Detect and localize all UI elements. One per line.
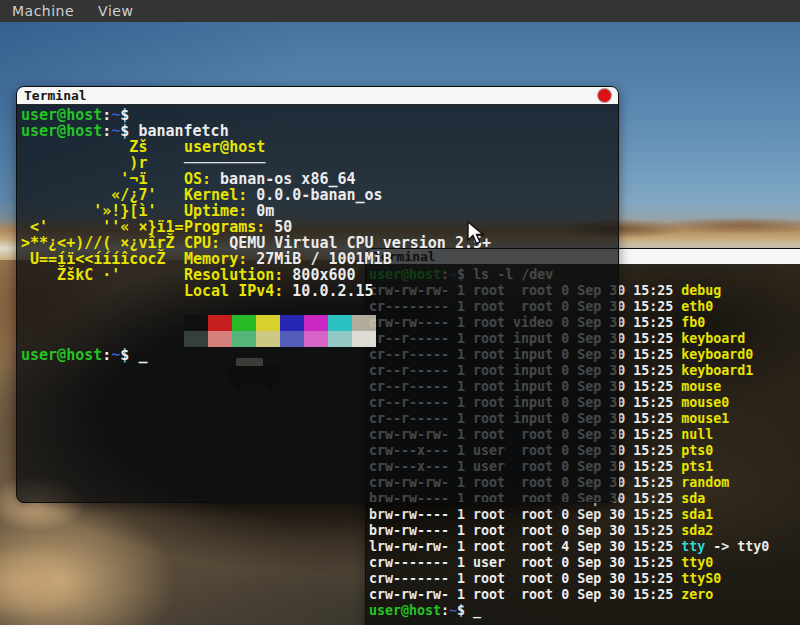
text-cursor: _ [129,346,147,364]
info-cpu: CPU:QEMU Virtual CPU version 2.5+ [184,235,491,251]
terminal1-title-bar[interactable]: Terminal [17,87,618,105]
text-cursor: _ [465,603,481,618]
info-resolution: Resolution:800x600 [184,267,491,283]
info-programs: Programs:50 [184,219,491,235]
menu-view[interactable]: View [98,3,133,19]
terminal1-command-line: user@host:~$bananfetch [21,123,618,139]
terminal1-title: Terminal [24,88,598,103]
ls-row: crw-rw-rw- 1 root root 0 Sep 30 15:25 ze… [369,587,800,603]
terminal1-content[interactable]: user@host:~$ user@host:~$bananfetch Zš )… [17,105,618,503]
close-button[interactable] [598,89,611,102]
ls-row-symlink: lrw-rw-rw- 1 root root 4 Sep 30 15:25 tt… [369,539,800,555]
terminal1-prompt-line: user@host:~$_ [21,347,618,363]
palette-row-normal [184,315,376,331]
ls-row: crw------- 1 root root 0 Sep 30 15:25 tt… [369,571,800,587]
terminal1-prompt-line: user@host:~$ [21,107,618,123]
color-palette [21,315,618,347]
info-os: OS:banan-os x86_64 [184,171,491,187]
palette-row-bright [184,331,376,347]
info-kernel: Kernel:0.0.0-banan_os [184,187,491,203]
bananfetch-output: Zš )r '¬ï «/¿7' '»!}[ì' <' ''« ×}ï1= >**… [21,139,618,299]
ascii-art: Zš )r '¬ï «/¿7' '»!}[ì' <' ''« ×}ï1= >**… [21,139,184,283]
terminal2-prompt-line: user@host:~$_ [369,603,800,619]
ls-row: brw-rw---- 1 root root 0 Sep 30 15:25 sd… [369,523,800,539]
info-ipv4: Local IPv4:10.0.2.15 [184,283,491,299]
info-uptime: Uptime:0m [184,203,491,219]
fetch-header: user@host [184,139,491,155]
ls-row: crw------- 1 user root 0 Sep 30 15:25 tt… [369,555,800,571]
menu-machine[interactable]: Machine [12,3,74,19]
info-memory: Memory:27MiB / 1001MiB [184,251,491,267]
mouse-pointer-icon [467,221,485,247]
ls-row: brw-rw---- 1 root root 0 Sep 30 15:25 sd… [369,507,800,523]
vm-menu-bar: Machine View [0,0,800,22]
fetch-separator: ───────── [184,155,491,171]
system-info: user@host ───────── OS:banan-os x86_64 K… [184,139,491,299]
terminal-window-bananfetch: Terminal user@host:~$ user@host:~$bananf… [16,86,619,503]
